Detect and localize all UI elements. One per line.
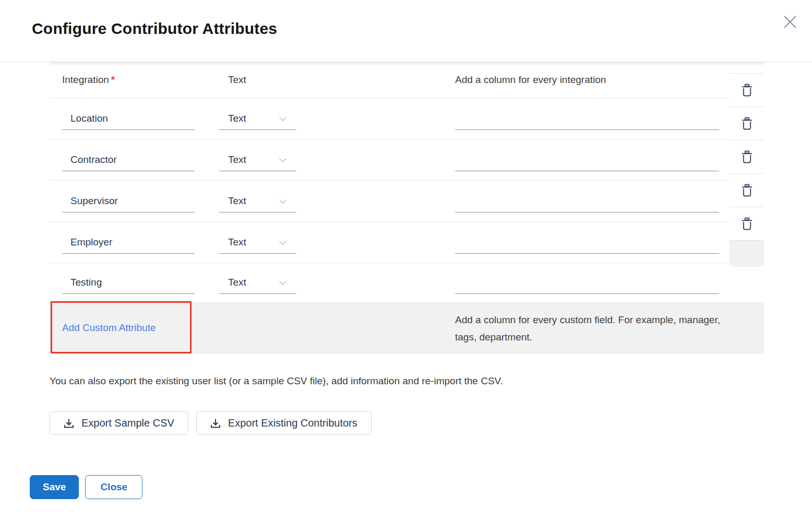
trash-icon (741, 84, 753, 97)
download-icon (210, 418, 221, 429)
attribute-name-value: Contractor (70, 154, 117, 166)
attribute-description-input[interactable] (455, 190, 719, 212)
attribute-type-value: Text (228, 195, 246, 207)
export-note: You can also export the existing user li… (50, 375, 503, 387)
attribute-description-input[interactable] (455, 148, 719, 171)
export-sample-csv-button[interactable]: Export Sample CSV (50, 411, 188, 435)
delete-row-button[interactable] (730, 207, 764, 240)
trash-icon (741, 217, 753, 230)
dialog-actions: Save Close (30, 475, 142, 499)
download-icon (64, 418, 74, 429)
close-icon[interactable] (781, 13, 799, 31)
chevron-down-icon (279, 158, 287, 163)
attribute-type-select[interactable]: Text (219, 148, 296, 171)
attribute-type-select[interactable]: Text (219, 271, 296, 294)
x-icon (782, 14, 798, 30)
attribute-type-value: Text (228, 154, 246, 166)
attribute-description-cell: Add a column for every integration (455, 74, 719, 86)
chevron-down-icon (279, 280, 287, 286)
attribute-name-input[interactable]: Supervisor (62, 190, 195, 212)
attribute-type-value: Text (228, 237, 246, 248)
attribute-name-input[interactable]: Location (62, 107, 195, 130)
attribute-type-select[interactable]: Text (219, 107, 296, 130)
export-sample-csv-label: Export Sample CSV (81, 417, 174, 429)
attribute-description-input[interactable] (455, 231, 719, 254)
attributes-table: Integration* Text Add a column for every… (50, 62, 730, 302)
attribute-name-value: Supervisor (70, 195, 118, 207)
delete-row-button[interactable] (730, 107, 764, 140)
custom-field-description: Add a column for every custom field. For… (455, 311, 724, 346)
trash-icon (741, 150, 753, 163)
add-custom-attribute-row: Add Custom Attribute Add a column for ev… (50, 302, 764, 354)
table-row-location: Location Text (50, 98, 730, 139)
attribute-type-cell: Text (219, 74, 296, 86)
attribute-name-input[interactable]: Testing (62, 271, 195, 294)
attribute-name-input[interactable]: Contractor (62, 148, 195, 171)
attribute-type-select[interactable]: Text (219, 190, 296, 212)
delete-row-button[interactable] (730, 140, 764, 173)
table-row-testing: Testing Text (50, 263, 730, 302)
attribute-description-input[interactable] (455, 271, 719, 294)
table-row-supervisor: Supervisor Text (50, 181, 730, 222)
attribute-name-value: Location (70, 113, 108, 124)
chevron-down-icon (279, 116, 287, 122)
attribute-type-value: Text (228, 113, 246, 124)
attribute-type-value: Text (228, 277, 246, 288)
delete-row-button[interactable] (730, 73, 764, 107)
trash-icon (741, 117, 753, 130)
table-row-employer: Employer Text (50, 222, 730, 263)
page-title: Configure Contributor Attributes (32, 20, 277, 38)
chevron-down-icon (279, 199, 287, 204)
delete-row-button[interactable] (730, 173, 764, 207)
empty-delete-cell (730, 240, 764, 267)
attribute-name-input[interactable]: Employer (62, 231, 195, 254)
configure-contributor-attributes-dialog: Configure Contributor Attributes Integra… (0, 0, 812, 520)
attribute-type-label: Text (219, 74, 246, 85)
save-button[interactable]: Save (30, 475, 79, 499)
export-existing-contributors-button[interactable]: Export Existing Contributors (196, 411, 372, 435)
delete-column (730, 73, 764, 267)
export-buttons: Export Sample CSV Export Existing Contri… (50, 411, 372, 435)
trash-icon (741, 184, 753, 197)
required-asterisk: * (111, 74, 115, 85)
attribute-description-input[interactable] (455, 107, 719, 130)
table-row-integration: Integration* Text Add a column for every… (50, 62, 730, 98)
attribute-name-label: Integration (62, 74, 109, 85)
attribute-type-select[interactable]: Text (219, 231, 296, 254)
attribute-name-value: Employer (70, 237, 112, 248)
close-button[interactable]: Close (85, 475, 142, 499)
attribute-name-cell: Integration* (62, 74, 195, 86)
attribute-name-value: Testing (70, 277, 102, 288)
attribute-description-label: Add a column for every integration (455, 74, 606, 85)
add-custom-attribute-link[interactable]: Add Custom Attribute (62, 302, 156, 354)
export-existing-contributors-label: Export Existing Contributors (228, 417, 357, 429)
table-row-contractor: Contractor Text (50, 139, 730, 181)
chevron-down-icon (279, 240, 287, 245)
